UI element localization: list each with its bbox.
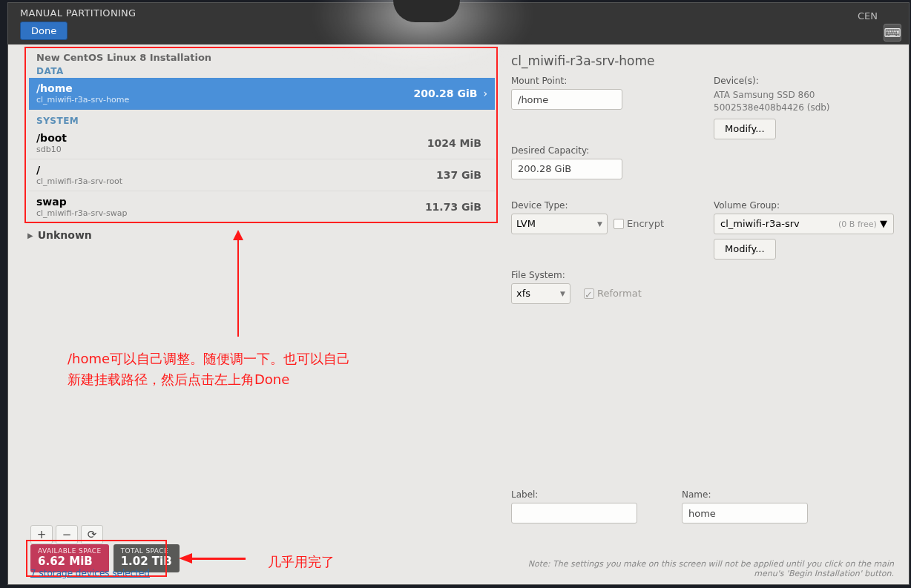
partition-row-swap[interactable]: swap cl_miwifi-r3a-srv-swap 11.73 GiB [29,191,495,223]
partition-size: 1024 MiB [427,137,481,149]
reformat-label: Reformat [597,288,642,299]
settings-note: Note: The settings you make on this scre… [511,559,894,578]
partition-row-root[interactable]: / cl_miwifi-r3a-srv-root 137 GiB [29,159,495,191]
partition-size: 200.28 GiB [414,87,478,99]
caret-down-icon: ▼ [880,218,887,229]
unknown-label: Unknown [38,229,92,241]
partition-mount: /boot [36,132,427,144]
mount-point-label: Mount Point: [511,76,691,86]
filesystem-label: File System: [511,270,691,280]
partition-row-home[interactable]: /home cl_miwifi-r3a-srv-home 200.28 GiB … [29,78,495,110]
volume-group-label: Volume Group: [714,200,894,211]
mount-point-input[interactable] [511,89,622,110]
page-title: MANUAL PARTITIONING [20,7,136,19]
distro-hint: CEN [858,10,878,22]
device-title: cl_miwifi-r3a-srv-home [511,53,894,68]
partition-device: cl_miwifi-r3a-srv-home [36,95,414,105]
topbar: MANUAL PARTITIONING Done CEN ⌨ [8,3,909,44]
partition-device: cl_miwifi-r3a-srv-swap [36,208,425,218]
partition-mount: /home [36,82,414,94]
name-input[interactable] [682,503,808,523]
annotation-text-1: /home可以自己调整。随便调一下。也可以自己 新建挂载路径，然后点击左上角Do… [68,348,350,390]
triangle-right-icon: ▶ [27,231,33,240]
encrypt-label: Encrypt [627,218,664,229]
unknown-toggle[interactable]: ▶ Unknown [24,223,498,247]
label-input[interactable] [511,503,637,523]
section-system-tag: SYSTEM [36,116,498,126]
devices-label: Device(s): [714,76,894,86]
storage-devices-link[interactable]: 7 storage devices selected [30,568,150,578]
device-type-select[interactable]: LVM▼ [511,214,608,234]
remove-partition-button[interactable]: − [56,525,78,544]
add-partition-button[interactable]: + [30,525,53,544]
partition-row-boot[interactable]: /boot sdb10 1024 MiB [29,128,495,159]
help-icon[interactable]: ⌨ [884,24,901,42]
caret-down-icon: ▼ [560,290,565,297]
partition-mount: swap [36,196,425,208]
modify-devices-button[interactable]: Modify... [714,119,776,139]
partition-size: 11.73 GiB [425,201,481,213]
section-data-tag: DATA [36,66,498,76]
name-label: Name: [682,489,808,500]
done-button[interactable]: Done [20,22,68,40]
partition-mount: / [36,164,436,176]
desired-capacity-label: Desired Capacity: [511,145,691,156]
reformat-checkbox[interactable]: ✓ [584,288,594,299]
device-type-label: Device Type: [511,200,691,211]
filesystem-select[interactable]: xfs▼ [511,283,570,304]
chevron-right-icon: › [483,87,487,99]
partition-size: 137 GiB [436,169,481,181]
install-scheme-title: New CentOS Linux 8 Installation [36,52,498,63]
reload-button[interactable]: ⟳ [81,525,103,544]
encrypt-checkbox[interactable] [614,219,624,229]
label-label: Label: [511,489,637,500]
volume-group-select[interactable]: cl_miwifi-r3a-srv (0 B free) ▼ [714,214,894,234]
partition-device: sdb10 [36,145,427,154]
desired-capacity-input[interactable] [511,159,622,179]
modify-vg-button[interactable]: Modify... [714,239,776,260]
partition-device: cl_miwifi-r3a-srv-root [36,176,436,186]
device-info: ATA Samsung SSD 860 5002538e408b4426 (sd… [714,89,894,114]
annotation-text-2: 几乎用完了 [268,553,335,571]
caret-down-icon: ▼ [597,220,602,228]
annotation-arrow-2 [179,553,246,564]
